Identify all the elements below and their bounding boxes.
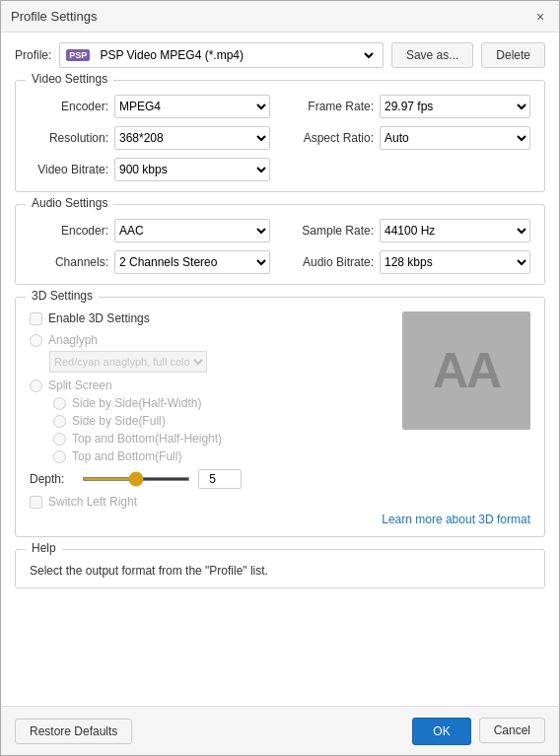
audio-left-col: Encoder: AAC Channels: 2 Channels Stereo <box>30 219 270 274</box>
sample-rate-select[interactable]: 44100 Hz <box>380 219 530 242</box>
d3-left: Enable 3D Settings Anaglyph Red/cyan ana… <box>30 311 388 509</box>
aspect-ratio-row: Aspect Ratio: Auto <box>290 126 530 150</box>
anaglyph-select-wrapper: Red/cyan anaglyph, full color <box>49 351 388 373</box>
encoder-select[interactable]: MPEG4 <box>114 95 270 118</box>
option3-row: Top and Bottom(Half-Height) <box>53 432 388 446</box>
switch-lr-row: Switch Left Right <box>30 495 388 509</box>
video-settings-grid: Encoder: MPEG4 Resolution: 368*208 Video… <box>30 95 530 181</box>
option1-radio[interactable] <box>53 397 66 410</box>
restore-defaults-button[interactable]: Restore Defaults <box>15 719 132 744</box>
save-as-button[interactable]: Save as... <box>391 42 473 68</box>
frame-rate-row: Frame Rate: 29.97 fps <box>290 95 530 118</box>
profile-select[interactable]: PSP Video MPEG4 (*.mp4) <box>96 47 377 63</box>
help-title: Help <box>26 541 62 555</box>
resolution-select[interactable]: 368*208 <box>114 126 270 150</box>
audio-encoder-label: Encoder: <box>30 224 108 238</box>
anaglyph-select[interactable]: Red/cyan anaglyph, full color <box>49 351 207 373</box>
aa-preview-text: AA <box>433 342 500 399</box>
aspect-ratio-label: Aspect Ratio: <box>290 131 374 145</box>
depth-slider[interactable] <box>82 477 190 481</box>
sample-rate-label: Sample Rate: <box>290 224 374 238</box>
anaglyph-row: Anaglyph <box>30 333 388 347</box>
audio-encoder-row: Encoder: AAC <box>30 219 270 242</box>
profile-row: Profile: PSP PSP Video MPEG4 (*.mp4) Sav… <box>15 42 545 68</box>
cancel-button[interactable]: Cancel <box>479 718 545 743</box>
split-screen-row: Split Screen <box>30 378 388 392</box>
video-bitrate-row: Video Bitrate: 900 kbps <box>30 158 270 181</box>
anaglyph-radio[interactable] <box>30 334 42 347</box>
option3-label: Top and Bottom(Half-Height) <box>72 432 222 446</box>
option4-radio[interactable] <box>53 450 66 463</box>
video-right-col: Frame Rate: 29.97 fps Aspect Ratio: Auto <box>290 95 530 181</box>
aspect-ratio-select[interactable]: Auto <box>380 126 530 150</box>
option1-row: Side by Side(Half-Width) <box>53 396 388 410</box>
enable-3d-label: Enable 3D Settings <box>48 311 150 325</box>
frame-rate-select[interactable]: 29.97 fps <box>380 95 530 118</box>
audio-settings-section: Audio Settings Encoder: AAC Channels: 2 … <box>15 204 545 285</box>
help-text: Select the output format from the "Profi… <box>30 564 530 578</box>
aa-preview-box: AA <box>402 311 530 430</box>
switch-lr-label: Switch Left Right <box>48 495 137 509</box>
audio-right-col: Sample Rate: 44100 Hz Audio Bitrate: 128… <box>290 219 530 274</box>
video-settings-title: Video Settings <box>26 72 113 86</box>
channels-label: Channels: <box>30 255 108 269</box>
video-bitrate-select[interactable]: 900 kbps <box>114 158 270 181</box>
enable-3d-checkbox[interactable] <box>30 312 42 325</box>
dialog-window: Profile Settings × Profile: PSP PSP Vide… <box>0 0 560 756</box>
option4-row: Top and Bottom(Full) <box>53 449 388 463</box>
title-bar: Profile Settings × <box>1 1 559 33</box>
split-screen-radio[interactable] <box>30 379 42 392</box>
frame-rate-label: Frame Rate: <box>290 100 374 113</box>
anaglyph-label: Anaglyph <box>48 333 98 347</box>
profile-label: Profile: <box>15 48 51 62</box>
audio-encoder-select[interactable]: AAC <box>114 219 270 242</box>
audio-bitrate-label: Audio Bitrate: <box>290 255 374 269</box>
help-section: Help Select the output format from the "… <box>15 549 545 588</box>
switch-lr-checkbox[interactable] <box>30 496 42 509</box>
profile-select-container: PSP PSP Video MPEG4 (*.mp4) <box>59 42 384 68</box>
option2-row: Side by Side(Full) <box>53 414 388 428</box>
channels-row: Channels: 2 Channels Stereo <box>30 250 270 274</box>
encoder-row: Encoder: MPEG4 <box>30 95 270 118</box>
split-screen-options: Side by Side(Half-Width) Side by Side(Fu… <box>34 396 388 463</box>
split-screen-label: Split Screen <box>48 378 112 392</box>
d3-settings-section: 3D Settings Enable 3D Settings Anaglyph <box>15 297 545 537</box>
depth-row: Depth: <box>30 469 388 489</box>
video-left-col: Encoder: MPEG4 Resolution: 368*208 Video… <box>30 95 270 181</box>
audio-settings-title: Audio Settings <box>26 196 113 210</box>
ok-button[interactable]: OK <box>412 718 470 745</box>
ok-cancel-group: OK Cancel <box>412 718 545 745</box>
delete-button[interactable]: Delete <box>481 42 545 68</box>
option3-radio[interactable] <box>53 433 66 446</box>
video-bitrate-label: Video Bitrate: <box>30 163 108 176</box>
enable-3d-row: Enable 3D Settings <box>30 311 388 325</box>
audio-bitrate-select[interactable]: 128 kbps <box>380 250 530 274</box>
depth-spinner[interactable] <box>198 469 242 489</box>
option1-label: Side by Side(Half-Width) <box>72 396 201 410</box>
option2-label: Side by Side(Full) <box>72 414 166 428</box>
d3-content: Enable 3D Settings Anaglyph Red/cyan ana… <box>30 311 530 509</box>
dialog-title: Profile Settings <box>11 9 97 24</box>
audio-bitrate-row: Audio Bitrate: 128 kbps <box>290 250 530 274</box>
main-content: Profile: PSP PSP Video MPEG4 (*.mp4) Sav… <box>1 33 559 706</box>
psp-badge: PSP <box>66 49 90 61</box>
resolution-row: Resolution: 368*208 <box>30 126 270 150</box>
option2-radio[interactable] <box>53 415 66 428</box>
channels-select[interactable]: 2 Channels Stereo <box>114 250 270 274</box>
resolution-label: Resolution: <box>30 131 108 145</box>
video-settings-section: Video Settings Encoder: MPEG4 Resolution… <box>15 80 545 192</box>
close-button[interactable]: × <box>531 8 549 26</box>
sample-rate-row: Sample Rate: 44100 Hz <box>290 219 530 242</box>
encoder-label: Encoder: <box>30 100 108 113</box>
learn-more-link[interactable]: Learn more about 3D format <box>30 513 530 526</box>
depth-label: Depth: <box>30 472 74 486</box>
option4-label: Top and Bottom(Full) <box>72 449 181 463</box>
d3-settings-title: 3D Settings <box>26 289 99 303</box>
bottom-bar: Restore Defaults OK Cancel <box>1 706 559 755</box>
audio-settings-grid: Encoder: AAC Channels: 2 Channels Stereo <box>30 219 530 274</box>
